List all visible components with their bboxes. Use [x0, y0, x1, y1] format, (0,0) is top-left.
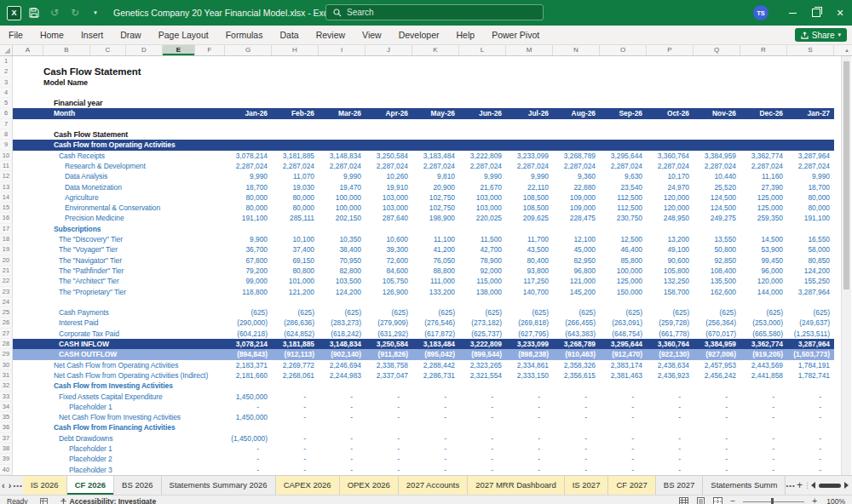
row-label[interactable]: Net Cash Flow from Operating Activities	[13, 360, 225, 370]
row-label[interactable]: Environmental & Conservation	[13, 203, 225, 213]
cell[interactable]: (894,843)	[225, 349, 272, 359]
cell[interactable]: (927,006)	[694, 349, 740, 359]
cell[interactable]: 11,070	[272, 171, 319, 181]
cell[interactable]: (627,795)	[506, 329, 553, 339]
cell[interactable]: -	[366, 433, 412, 444]
cell[interactable]: -	[225, 465, 272, 475]
cell[interactable]: -	[787, 465, 834, 475]
avatar[interactable]: TS	[753, 5, 769, 20]
cell[interactable]: -	[459, 402, 506, 412]
cell[interactable]: 39,300	[366, 244, 412, 255]
row-label[interactable]: Data Monetization	[13, 182, 225, 192]
cell[interactable]: 19,910	[366, 182, 412, 192]
sheet-tab-cf-2026[interactable]: CF 2026	[67, 476, 114, 495]
cell[interactable]	[225, 381, 272, 391]
row-label[interactable]	[13, 119, 225, 129]
cell[interactable]: 105,750	[366, 276, 412, 286]
cell[interactable]: 2,441,858	[740, 370, 787, 381]
row-number[interactable]: 26	[0, 318, 13, 328]
cell[interactable]: -	[366, 444, 412, 454]
cell[interactable]	[740, 224, 787, 234]
row-label[interactable]: CASH OUTFLOW	[13, 349, 225, 359]
cell[interactable]: (1,503,773)	[787, 349, 834, 359]
cell[interactable]: 120,000	[647, 203, 694, 213]
cell[interactable]: 120,000	[740, 276, 787, 286]
cell[interactable]: -	[600, 433, 647, 444]
cell[interactable]: -	[272, 392, 319, 402]
cell[interactable]: 50,800	[694, 244, 740, 255]
cell[interactable]: 2,358,326	[553, 360, 600, 370]
cell[interactable]: 42,700	[459, 244, 506, 255]
cell[interactable]: 9,990	[319, 171, 366, 181]
horizontal-scrollbar-thumb[interactable]	[819, 484, 841, 488]
column-header-E[interactable]: E	[163, 45, 195, 55]
cell[interactable]	[459, 140, 506, 150]
row-number[interactable]: 15	[0, 203, 13, 213]
cell[interactable]	[506, 297, 553, 307]
row-label[interactable]: Cash Payments	[13, 307, 225, 318]
row-label[interactable]: Net Cash Flow from Investing Activities	[13, 412, 225, 422]
row-number[interactable]: 38	[0, 444, 13, 454]
cell[interactable]: -	[366, 392, 412, 402]
cell[interactable]: Dec-26	[740, 108, 787, 118]
more-tabs-icon[interactable]: •••	[786, 476, 795, 495]
ribbon-tab-help[interactable]: Help	[448, 26, 484, 44]
cell[interactable]: 103,000	[459, 203, 506, 213]
cell[interactable]	[319, 422, 366, 432]
cell[interactable]: 2,323,265	[459, 360, 506, 370]
cell[interactable]: -	[459, 444, 506, 454]
column-header-H[interactable]: H	[272, 45, 319, 55]
cell[interactable]: 79,200	[225, 266, 272, 276]
ribbon-tab-power-pivot[interactable]: Power Pivot	[483, 26, 548, 44]
cell[interactable]	[459, 56, 506, 66]
cell[interactable]	[647, 119, 694, 129]
cell[interactable]: 125,000	[740, 203, 787, 213]
cell[interactable]: 1,450,000	[225, 392, 272, 402]
cell[interactable]: -	[412, 433, 459, 444]
cell[interactable]	[600, 66, 647, 77]
cell[interactable]: -	[412, 402, 459, 412]
cell[interactable]	[647, 98, 694, 108]
cell[interactable]	[366, 88, 412, 98]
cell[interactable]: (661,778)	[647, 329, 694, 339]
cell[interactable]: -	[272, 433, 319, 444]
cell[interactable]: 112,500	[600, 203, 647, 213]
cell[interactable]: -	[740, 465, 787, 475]
cell[interactable]: -	[506, 392, 553, 402]
scroll-left-icon[interactable]	[811, 482, 815, 489]
cell[interactable]	[506, 422, 553, 432]
cell[interactable]: (625,737)	[459, 329, 506, 339]
cell[interactable]: (912,470)	[600, 349, 647, 359]
cell[interactable]: 80,000	[225, 203, 272, 213]
column-header-D[interactable]: D	[126, 45, 163, 55]
cell[interactable]: 96,800	[553, 266, 600, 276]
cell[interactable]: 11,100	[412, 234, 459, 244]
cell[interactable]: -	[647, 392, 694, 402]
cell[interactable]: 20,900	[412, 182, 459, 192]
cell[interactable]: 9,990	[459, 171, 506, 181]
cell[interactable]: 2,287,024	[647, 161, 694, 171]
cell[interactable]: (922,130)	[647, 349, 694, 359]
cell[interactable]: 58,000	[787, 244, 834, 255]
zoom-slider-thumb[interactable]	[771, 498, 774, 504]
cell[interactable]	[694, 381, 740, 391]
prev-sheet-icon[interactable]: ‹	[0, 476, 7, 495]
column-header-O[interactable]: O	[600, 45, 647, 55]
cell[interactable]: 2,288,442	[412, 360, 459, 370]
cell[interactable]: -	[647, 433, 694, 444]
cell[interactable]: (263,091)	[600, 318, 647, 328]
cell[interactable]	[366, 224, 412, 234]
cell[interactable]: -	[272, 465, 319, 475]
cell[interactable]: -	[787, 454, 834, 464]
cell[interactable]: 9,630	[600, 171, 647, 181]
cell[interactable]: 2,268,061	[272, 370, 319, 381]
ribbon-tab-home[interactable]: Home	[32, 26, 72, 44]
cell[interactable]: 150,000	[600, 287, 647, 297]
cell[interactable]: 2,321,554	[459, 370, 506, 381]
cell[interactable]: 3,362,774	[740, 151, 787, 161]
cell[interactable]: 158,700	[647, 287, 694, 297]
row-number[interactable]: 27	[0, 329, 13, 339]
cell[interactable]	[225, 77, 272, 88]
cell[interactable]	[600, 140, 647, 150]
cell[interactable]: -	[366, 412, 412, 422]
